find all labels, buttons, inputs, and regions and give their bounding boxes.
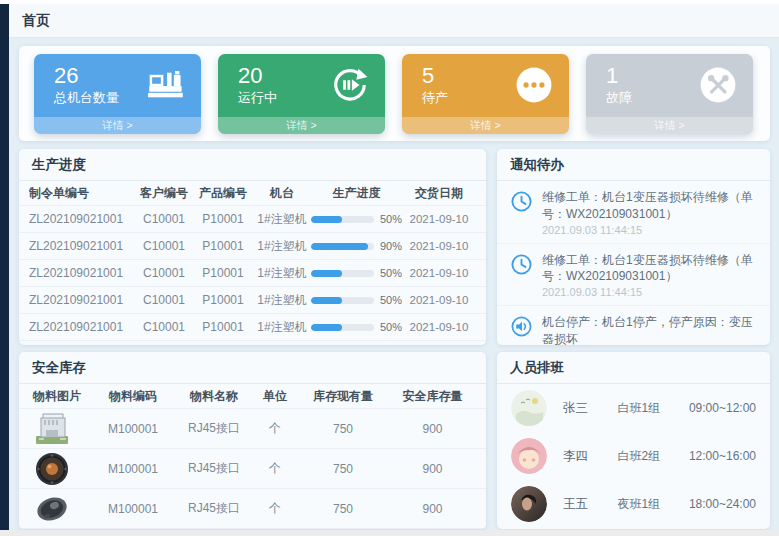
- delivery-date: 2021-09-10: [402, 240, 476, 252]
- tab-bar: 首页: [9, 4, 779, 38]
- stock-qty: 750: [297, 502, 389, 516]
- notification-text: 维修工单：机台1变压器损坏待维修（单号：WX202109031001）: [542, 189, 757, 223]
- person-name: 张三: [563, 400, 618, 417]
- panel-title: 人员排班: [497, 352, 770, 384]
- material-code: M100001: [91, 462, 175, 476]
- notification-time: 2021.09.03 11:44:15: [542, 286, 757, 298]
- material-unit: 个: [253, 500, 297, 517]
- delivery-date: 2021-09-10: [402, 321, 476, 333]
- speaker-icon: [510, 315, 533, 338]
- material-unit: 个: [253, 420, 297, 437]
- table-row: ZL202109021001 C10001 P10001 1#注塑机 50% 2…: [19, 260, 486, 287]
- stat-card-running[interactable]: 20 运行中 详情 >: [218, 54, 385, 134]
- progress-bar: [311, 243, 374, 250]
- product-no: P10001: [193, 266, 253, 280]
- order-no: ZL202109021001: [29, 212, 135, 226]
- progress-percent: 50%: [380, 294, 402, 306]
- progress-cell: 50%: [311, 321, 402, 333]
- safety-qty: 900: [389, 462, 476, 476]
- shift-label: 夜班1组: [618, 496, 689, 513]
- col-header: 产品编号: [193, 185, 253, 202]
- panel-title: 安全库存: [19, 352, 486, 384]
- shift-time: 18:00~24:00: [689, 497, 756, 511]
- progress-cell: 50%: [311, 213, 402, 225]
- stat-card-pending[interactable]: 5 待产 详情 >: [402, 54, 569, 134]
- table-row: M100001 RJ45接口 个 750 900: [19, 409, 486, 449]
- stat-card-total-machines[interactable]: 26 总机台数量 详情 >: [34, 54, 201, 134]
- col-header: 交货日期: [402, 185, 476, 202]
- schedule-row: 王五 夜班1组 18:00~24:00: [497, 480, 770, 528]
- material-name: RJ45接口: [175, 500, 253, 517]
- shift-label: 白班2组: [618, 448, 689, 465]
- product-no: P10001: [193, 293, 253, 307]
- safety-qty: 900: [389, 502, 476, 516]
- stat-card-body: 26 总机台数量: [34, 54, 201, 117]
- avatar: [511, 438, 547, 474]
- material-name: RJ45接口: [175, 460, 253, 477]
- person-name: 李四: [563, 448, 618, 465]
- stock-qty: 750: [297, 462, 389, 476]
- table-row: ZL202109021001 C10001 P10001 1#注塑机 50% 2…: [19, 314, 486, 341]
- avatar: [511, 486, 547, 522]
- shift-label: 白班1组: [618, 400, 689, 417]
- bottom-edge-strip: [0, 530, 779, 536]
- notification-item[interactable]: 维修工单：机台1变压器损坏待维修（单号：WX202109031001） 2021…: [497, 181, 770, 244]
- shift-time: 12:00~16:00: [689, 449, 756, 463]
- customer-no: C10001: [135, 212, 193, 226]
- progress-bar: [311, 324, 374, 331]
- stat-label: 故障: [606, 89, 632, 107]
- stat-value: 26: [54, 63, 119, 88]
- table-row: M100001 RJ45接口 个 750 900: [19, 449, 486, 489]
- col-header: 物料图片: [29, 388, 91, 405]
- material-name: RJ45接口: [175, 420, 253, 437]
- safety-stock-panel: 安全库存 物料图片 物料编码 物料名称 单位 库存现有量 安全库存量: [19, 352, 486, 529]
- col-header: 物料编码: [91, 388, 175, 405]
- schedule-row: 李四 白班2组 12:00~16:00: [497, 432, 770, 480]
- stat-cards-panel: 26 总机台数量 详情 >: [19, 46, 770, 141]
- shift-time: 09:00~12:00: [689, 401, 756, 415]
- panel-title: 通知待办: [497, 149, 770, 181]
- main-content: 26 总机台数量 详情 >: [9, 38, 779, 530]
- table-row: ZL202109021001 C10001 P10001 1#注塑机 50% 2…: [19, 287, 486, 314]
- notification-item[interactable]: 维修工单：机台1变压器损坏待维修（单号：WX202109031001） 2021…: [497, 244, 770, 307]
- progress-percent: 50%: [380, 321, 402, 333]
- machine: 1#注塑机: [253, 292, 311, 309]
- stat-value: 5: [422, 63, 448, 88]
- panel-title: 生产进度: [19, 149, 486, 181]
- table-header-row: 制令单编号 客户编号 产品编号 机台 生产进度 交货日期: [19, 181, 486, 206]
- clock-icon: [510, 253, 533, 276]
- customer-no: C10001: [135, 239, 193, 253]
- machine: 1#注塑机: [253, 265, 311, 282]
- stat-label: 待产: [422, 89, 448, 107]
- details-link[interactable]: 详情 >: [218, 117, 385, 134]
- rj45-connector-image: [33, 412, 91, 446]
- material-code: M100001: [91, 422, 175, 436]
- personnel-schedule-panel: 人员排班 张三 白班1组 09:00~12:00: [497, 352, 770, 529]
- tab-home[interactable]: 首页: [22, 12, 50, 30]
- machine: 1#注塑机: [253, 211, 311, 228]
- order-no: ZL202109021001: [29, 239, 135, 253]
- schedule-row: 张三 白班1组 09:00~12:00: [497, 384, 770, 432]
- cycle-arrows-icon: [331, 66, 369, 104]
- safety-qty: 900: [389, 422, 476, 436]
- details-link[interactable]: 详情 >: [34, 117, 201, 134]
- avatar: [511, 390, 547, 426]
- notification-text: 维修工单：机台1变压器损坏待维修（单号：WX202109031001）: [542, 252, 757, 286]
- delivery-date: 2021-09-10: [402, 267, 476, 279]
- stat-card-fault[interactable]: 1 故障: [586, 54, 753, 134]
- table-row: ZL202109021001 C10001 P10001 1#注塑机 50% 2…: [19, 206, 486, 233]
- machine: 1#注塑机: [253, 238, 311, 255]
- details-link[interactable]: 详情 >: [402, 117, 569, 134]
- cone-speaker-image: [33, 492, 91, 526]
- machine: 1#注塑机: [253, 319, 311, 336]
- details-link[interactable]: 详情 >: [586, 117, 753, 134]
- ellipsis-icon: [515, 66, 553, 104]
- order-no: ZL202109021001: [29, 293, 135, 307]
- col-header: 物料名称: [175, 388, 253, 405]
- progress-bar: [311, 270, 374, 277]
- stat-label: 运行中: [238, 89, 277, 107]
- notification-item[interactable]: 机台停产：机台1停产，停产原因：变压器损坏 2021.09.03 11:44:1…: [497, 306, 770, 345]
- stat-value: 20: [238, 63, 277, 88]
- product-no: P10001: [193, 212, 253, 226]
- col-header: 客户编号: [135, 185, 193, 202]
